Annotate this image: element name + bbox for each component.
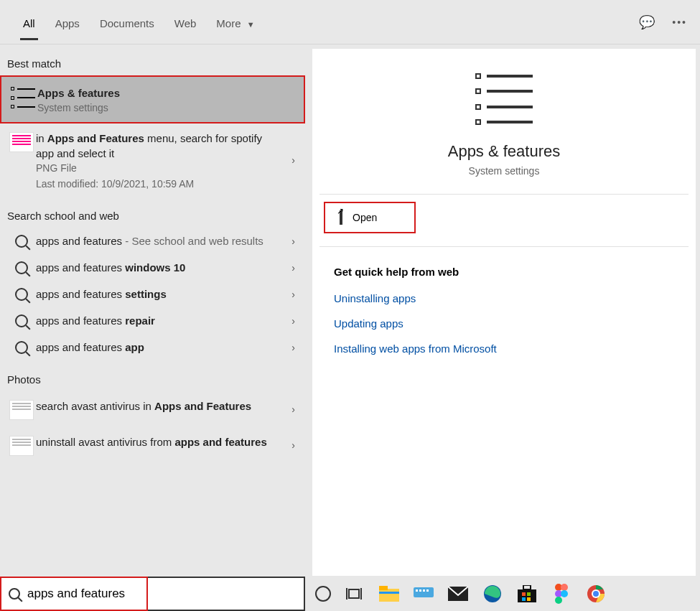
section-photos: Photos xyxy=(0,360,305,391)
svg-rect-10 xyxy=(426,589,429,592)
figma-icon[interactable] xyxy=(551,583,572,605)
result-png-file[interactable]: in Apps and Features menu, search for sp… xyxy=(0,123,305,197)
chevron-right-icon: › xyxy=(291,315,295,327)
chevron-right-icon: › xyxy=(291,404,295,415)
photo-result-1[interactable]: search avast antivirus in Apps and Featu… xyxy=(0,391,305,427)
web-suggest-4[interactable]: apps and features repair › xyxy=(0,307,305,334)
chrome-icon[interactable] xyxy=(585,583,607,605)
web-suggest-5[interactable]: apps and features app › xyxy=(0,334,305,360)
svg-rect-7 xyxy=(416,589,418,592)
chevron-down-icon: ▼ xyxy=(247,20,255,29)
search-icon xyxy=(15,314,28,327)
chevron-right-icon: › xyxy=(291,235,295,247)
preview-panel: Apps & features System settings Open Get… xyxy=(312,49,696,576)
help-section-title: Get quick help from web xyxy=(334,266,674,278)
web-suggest-2[interactable]: apps and features windows 10 › xyxy=(0,254,305,281)
chevron-right-icon: › xyxy=(291,289,295,300)
svg-rect-6 xyxy=(414,587,434,597)
svg-point-22 xyxy=(561,590,568,597)
svg-rect-2 xyxy=(360,588,362,600)
result-title: in Apps and Features menu, search for sp… xyxy=(36,131,278,161)
taskbar xyxy=(305,577,700,611)
tab-documents[interactable]: Documents xyxy=(90,4,164,39)
open-button[interactable]: Open xyxy=(324,202,416,233)
svg-rect-8 xyxy=(419,589,421,592)
svg-rect-4 xyxy=(379,586,388,590)
tab-all[interactable]: All xyxy=(13,4,45,39)
task-view-icon[interactable] xyxy=(344,583,365,605)
svg-rect-17 xyxy=(522,597,526,601)
results-column: Best match Apps & features System settin… xyxy=(0,45,305,576)
svg-rect-15 xyxy=(522,592,526,596)
mail-icon[interactable] xyxy=(447,583,469,605)
svg-rect-18 xyxy=(527,597,531,601)
svg-rect-5 xyxy=(379,592,399,594)
list-icon xyxy=(11,87,35,108)
store-icon[interactable] xyxy=(516,583,538,605)
search-icon xyxy=(9,588,20,600)
keyboard-icon[interactable] xyxy=(413,583,434,605)
svg-rect-0 xyxy=(346,588,347,600)
search-scope-tabs: All Apps Documents Web More ▼ 💬 ••• xyxy=(0,0,700,45)
search-icon xyxy=(15,341,28,354)
web-suggest-3[interactable]: apps and features settings › xyxy=(0,281,305,307)
chevron-right-icon: › xyxy=(291,342,295,353)
result-filetype: PNG File xyxy=(36,162,278,174)
preview-subtitle: System settings xyxy=(469,165,540,177)
app-list-icon xyxy=(475,73,533,125)
cortana-icon[interactable] xyxy=(315,586,331,602)
help-link-update[interactable]: Updating apps xyxy=(334,317,674,330)
open-label: Open xyxy=(353,212,377,223)
search-icon xyxy=(15,261,28,274)
result-subtitle: System settings xyxy=(37,102,276,113)
svg-rect-14 xyxy=(523,585,531,589)
search-icon xyxy=(15,288,28,301)
help-link-install-web[interactable]: Installing web apps from Microsoft xyxy=(334,342,674,355)
svg-rect-3 xyxy=(379,589,399,602)
tab-more-label: More xyxy=(216,17,241,29)
svg-point-23 xyxy=(555,597,562,604)
svg-rect-16 xyxy=(527,592,531,596)
result-modified: Last modified: 10/9/2021, 10:59 AM xyxy=(36,178,278,190)
result-apps-features[interactable]: Apps & features System settings xyxy=(0,75,305,123)
section-best-match: Best match xyxy=(0,45,305,75)
search-icon xyxy=(15,235,28,248)
chevron-right-icon: › xyxy=(291,262,295,274)
tab-apps[interactable]: Apps xyxy=(45,4,90,39)
file-explorer-icon[interactable] xyxy=(378,583,400,605)
image-thumbnail-icon xyxy=(9,400,34,420)
svg-point-20 xyxy=(561,584,568,591)
edge-icon[interactable] xyxy=(482,583,503,605)
preview-title: Apps & features xyxy=(448,142,561,161)
photo-result-2[interactable]: uninstall avast antivirus from apps and … xyxy=(0,427,305,463)
chevron-right-icon: › xyxy=(291,154,295,166)
search-bar[interactable] xyxy=(0,577,305,611)
more-options-icon[interactable]: ••• xyxy=(672,17,687,28)
section-search-web: Search school and web xyxy=(0,197,305,228)
web-suggest-1[interactable]: apps and features - See school and web r… xyxy=(0,228,305,254)
svg-point-26 xyxy=(593,591,599,597)
image-thumbnail-icon xyxy=(9,132,34,152)
svg-rect-9 xyxy=(423,589,425,592)
open-external-icon xyxy=(340,212,342,223)
result-title: Apps & features xyxy=(37,85,276,101)
image-thumbnail-icon xyxy=(9,436,34,456)
svg-rect-1 xyxy=(349,589,359,598)
tab-more[interactable]: More ▼ xyxy=(206,4,264,39)
search-input[interactable] xyxy=(27,587,297,601)
help-link-uninstall[interactable]: Uninstalling apps xyxy=(334,292,674,304)
chevron-right-icon: › xyxy=(291,439,295,451)
feedback-icon[interactable]: 💬 xyxy=(639,14,655,30)
tab-web[interactable]: Web xyxy=(164,4,207,39)
